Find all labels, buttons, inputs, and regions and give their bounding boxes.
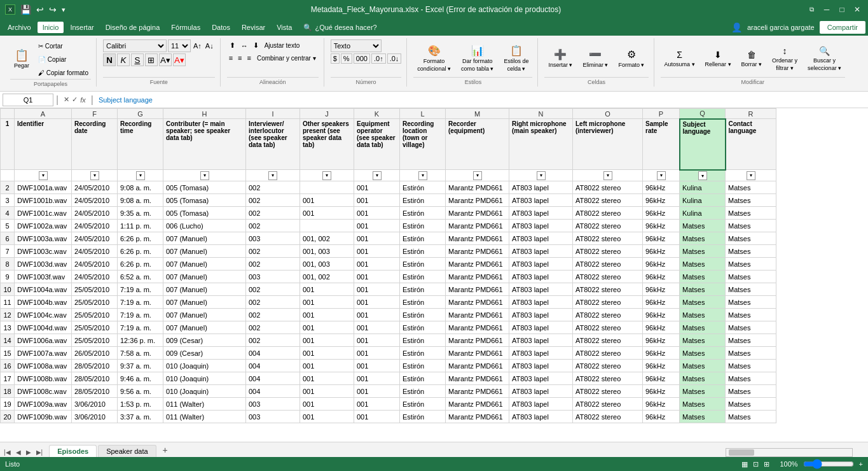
cell-L-3[interactable]: Estirón [400,194,446,207]
cell-N-3[interactable]: AT803 lapel [509,194,573,207]
cell-M-6[interactable]: Marantz PMD661 [446,232,509,245]
font-grow-btn[interactable]: A↑ [192,41,203,51]
cell-J-9[interactable]: 001, 002 [300,271,354,283]
insert-function-icon[interactable]: fx [80,96,86,104]
cell-O-9[interactable]: AT8022 stereo [573,271,643,283]
cell-J-12[interactable]: 001 [300,309,354,321]
cell-K-8[interactable]: 001 [354,258,400,271]
menu-datos[interactable]: Datos [207,22,235,33]
cell-I-10[interactable]: 002 [246,283,300,296]
cell-L-9[interactable]: Estirón [400,271,446,283]
cell-L-11[interactable]: Estirón [400,296,446,309]
cell-O-3[interactable]: AT8022 stereo [573,194,643,207]
cell-P-16[interactable]: 96kHz [643,360,680,372]
bold-button[interactable]: N [103,53,116,66]
cell-F-8[interactable]: 24/05/2010 [72,258,118,271]
col-header-G[interactable]: G [118,109,163,119]
col-header-M[interactable]: M [446,109,509,119]
cell-F-10[interactable]: 25/05/2010 [72,283,118,296]
cell-J-20[interactable]: 001 [300,411,354,423]
cell-J-2[interactable] [300,181,354,194]
share-button[interactable]: Compartir [820,21,865,34]
col-header-H[interactable]: H [163,109,246,119]
underline-button[interactable]: S [131,53,144,66]
sheet-nav-next[interactable]: ▶ [25,447,32,452]
cell-G-3[interactable]: 9:08 a. m. [118,194,163,207]
cell-H-9[interactable]: 007 (Manuel) [163,271,246,283]
wrap-text-btn[interactable]: Ajustar texto [262,41,303,50]
find-select-btn[interactable]: 🔍 Buscar y seleccionar ▾ [804,42,845,75]
cell-G-10[interactable]: 7:19 a. m. [118,283,163,296]
cell-L-17[interactable]: Estirón [400,372,446,385]
cell-M-11[interactable]: Marantz PMD661 [446,296,509,309]
cell-J-5[interactable] [300,220,354,232]
cell-I-19[interactable]: 003 [246,398,300,411]
menu-revisar[interactable]: Revisar [237,22,270,33]
quick-save[interactable]: 💾 [20,4,31,15]
cell-A-18[interactable]: DWF1008c.wav [15,385,72,398]
cancel-formula-icon[interactable]: ✕ [64,95,69,104]
sheet-tab-episodes[interactable]: Episodes [49,445,97,452]
cell-O-7[interactable]: AT8022 stereo [573,245,643,258]
cell-Q-9[interactable]: Matses [680,271,726,283]
cell-K-16[interactable]: 001 [354,360,400,372]
cell-L-10[interactable]: Estirón [400,283,446,296]
cell-Q-14[interactable]: Matses [680,334,726,347]
cell-M-3[interactable]: Marantz PMD661 [446,194,509,207]
cell-M-18[interactable]: Marantz PMD661 [446,385,509,398]
cell-N-5[interactable]: AT803 lapel [509,220,573,232]
cell-Q-16[interactable]: Matses [680,360,726,372]
filter-J[interactable]: ▾ [300,170,354,181]
cell-R-13[interactable]: Matses [726,321,776,334]
cell-G-6[interactable]: 6:26 p. m. [118,232,163,245]
minimize-btn[interactable]: ─ [821,4,832,15]
cell-H-8[interactable]: 007 (Manuel) [163,258,246,271]
cell-P-2[interactable]: 96kHz [643,181,680,194]
filter-P[interactable]: ▾ [643,170,680,181]
cell-L-6[interactable]: Estirón [400,232,446,245]
cell-I-2[interactable]: 002 [246,181,300,194]
cell-R-5[interactable]: Matses [726,220,776,232]
cell-A-19[interactable]: DWF1009a.wav [15,398,72,411]
menu-diseno[interactable]: Diseño de página [100,22,165,33]
close-btn[interactable]: ✕ [851,4,863,15]
copy-button[interactable]: 📄 Copiar [36,53,91,66]
cut-button[interactable]: ✂ Cortar [36,39,91,52]
cell-F-6[interactable]: 24/05/2010 [72,232,118,245]
cell-H-10[interactable]: 007 (Manuel) [163,283,246,296]
cell-I-16[interactable]: 004 [246,360,300,372]
filter-btn-K[interactable]: ▾ [373,171,382,180]
cell-Q-12[interactable]: Matses [680,309,726,321]
cell-R-3[interactable]: Matses [726,194,776,207]
cell-Q-15[interactable]: Matses [680,347,726,360]
cell-N-11[interactable]: AT803 lapel [509,296,573,309]
cell-I-13[interactable]: 002 [246,321,300,334]
filter-N[interactable]: ▾ [509,170,573,181]
cell-I-14[interactable]: 002 [246,334,300,347]
cell-R-18[interactable]: Matses [726,385,776,398]
cell-G-4[interactable]: 9:35 a. m. [118,207,163,220]
align-bottom-btn[interactable]: ⬇ [251,40,261,51]
decimal-up-btn[interactable]: .0↑ [371,53,386,64]
sheet-add-button[interactable]: + [158,443,173,452]
cell-P-19[interactable]: 96kHz [643,398,680,411]
cell-G-18[interactable]: 9:56 a. m. [118,385,163,398]
filter-btn-I[interactable]: ▾ [268,171,277,180]
cell-I-11[interactable]: 002 [246,296,300,309]
cell-L-8[interactable]: Estirón [400,258,446,271]
cell-R-20[interactable]: Matses [726,411,776,423]
cell-I-12[interactable]: 002 [246,309,300,321]
quick-redo[interactable]: ↪ [49,4,57,15]
cell-styles-btn[interactable]: 📋 Estilos de celda ▾ [500,42,532,75]
cell-H-19[interactable]: 011 (Walter) [163,398,246,411]
cell-P-20[interactable]: 96kHz [643,411,680,423]
cell-P-8[interactable]: 96kHz [643,258,680,271]
cell-G-13[interactable]: 7:19 a. m. [118,321,163,334]
cell-Q-7[interactable]: Matses [680,245,726,258]
cell-M-12[interactable]: Marantz PMD661 [446,309,509,321]
cell-O-10[interactable]: AT8022 stereo [573,283,643,296]
number-format-select[interactable]: Texto [331,39,382,52]
cell-F-20[interactable]: 3/06/2010 [72,411,118,423]
cell-K-14[interactable]: 001 [354,334,400,347]
cell-A-5[interactable]: DWF1002a.wav [15,220,72,232]
